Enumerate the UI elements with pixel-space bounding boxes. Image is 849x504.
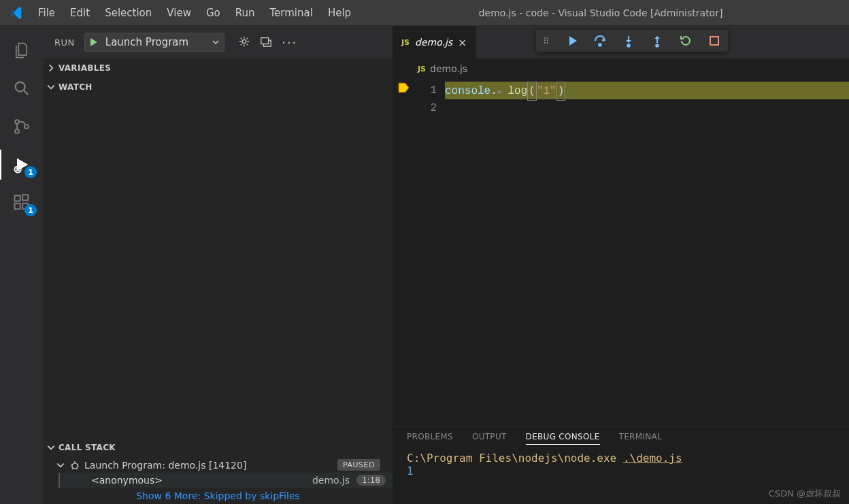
- restart-icon[interactable]: [679, 34, 693, 48]
- drag-handle-icon[interactable]: ⠿: [543, 36, 550, 46]
- suggest-indicator-icon: ●: [497, 88, 501, 96]
- menu-go[interactable]: Go: [199, 4, 227, 22]
- panel-tab-terminal[interactable]: TERMINAL: [619, 432, 662, 445]
- line-number: 2: [412, 99, 437, 117]
- callstack-thread[interactable]: Launch Program: demo.js [14120] PAUSED: [44, 457, 393, 473]
- step-out-icon[interactable]: [650, 34, 664, 48]
- menu-edit[interactable]: Edit: [63, 4, 97, 22]
- activity-extensions[interactable]: 1: [0, 184, 44, 222]
- token-string: "1": [537, 85, 556, 97]
- frame-name: <anonymous>: [91, 475, 163, 486]
- bug-icon: [69, 460, 80, 471]
- breadcrumb[interactable]: JS demo.js: [393, 58, 849, 79]
- more-actions-icon[interactable]: ···: [282, 35, 297, 50]
- callstack-label: CALL STACK: [59, 443, 116, 452]
- token-method: log: [507, 85, 527, 97]
- code-line-1[interactable]: console.● log("1"): [445, 82, 849, 99]
- chevron-down-icon: [212, 38, 220, 46]
- panel-tab-output[interactable]: OUTPUT: [472, 432, 507, 445]
- line-numbers: 1 2: [412, 79, 445, 426]
- show-more-frames[interactable]: Show 6 More: Skipped by skipFiles: [44, 488, 393, 504]
- vscode-logo-icon: [8, 5, 24, 21]
- svg-point-1: [15, 120, 19, 124]
- svg-point-9: [242, 39, 246, 43]
- panel-tab-debug-console[interactable]: DEBUG CONSOLE: [526, 432, 600, 445]
- watch-body: [44, 97, 393, 438]
- menu-file[interactable]: File: [31, 4, 62, 22]
- console-launch-line: C:\Program Files\nodejs\node.exe .\demo.…: [407, 452, 835, 465]
- menu-selection[interactable]: Selection: [98, 4, 159, 22]
- gutter: [393, 79, 412, 426]
- variables-label: VARIABLES: [59, 63, 111, 73]
- current-line-indicator-icon: [397, 82, 410, 94]
- menu-view[interactable]: View: [160, 4, 198, 22]
- titlebar: File Edit Selection View Go Run Terminal…: [0, 0, 849, 26]
- token-paren: (: [527, 82, 537, 101]
- panel-tabs: PROBLEMS OUTPUT DEBUG CONSOLE TERMINAL: [393, 426, 849, 449]
- svg-rect-8: [22, 195, 28, 200]
- run-sidebar: RUN Launch Program ··· VARIABLES WATCH C…: [44, 26, 393, 504]
- editor-body[interactable]: 1 2 console.● log("1"): [393, 79, 849, 426]
- continue-icon[interactable]: [565, 34, 578, 48]
- svg-point-3: [24, 124, 29, 129]
- gear-icon[interactable]: [238, 35, 250, 48]
- debug-toolbar[interactable]: ⠿: [536, 30, 728, 52]
- svg-point-12: [599, 44, 601, 46]
- frame-position: 1:18: [356, 475, 386, 486]
- tab-label: demo.js: [415, 37, 452, 48]
- thread-label: Launch Program: demo.js [14120]: [84, 460, 246, 471]
- extensions-badge: 1: [24, 204, 37, 216]
- activity-search[interactable]: [0, 69, 44, 107]
- watermark: CSDN @虚坏叔叔: [769, 488, 841, 500]
- token-object: console: [445, 85, 490, 97]
- frame-file: demo.js: [312, 475, 350, 486]
- code-line-2[interactable]: [445, 99, 849, 117]
- svg-point-2: [15, 129, 19, 133]
- play-icon: [88, 37, 99, 48]
- svg-rect-10: [261, 37, 269, 44]
- js-file-icon: JS: [401, 38, 410, 47]
- svg-point-13: [627, 44, 630, 47]
- chevron-down-icon: [46, 443, 56, 452]
- step-over-icon[interactable]: [593, 34, 607, 48]
- editor-area: JS demo.js × ⠿ JS demo.js 1 2: [393, 26, 849, 504]
- token-dot: .: [490, 85, 497, 97]
- activity-run-debug[interactable]: 1: [0, 146, 44, 184]
- run-header: RUN Launch Program ···: [44, 26, 393, 58]
- code-content[interactable]: console.● log("1"): [445, 79, 849, 426]
- line-number: 1: [412, 82, 437, 99]
- activity-explorer[interactable]: [0, 31, 44, 69]
- tab-demo-js[interactable]: JS demo.js ×: [393, 26, 476, 58]
- menu-run[interactable]: Run: [229, 4, 262, 22]
- svg-rect-15: [710, 37, 718, 45]
- step-into-icon[interactable]: [622, 34, 635, 48]
- menu-terminal[interactable]: Terminal: [263, 4, 320, 22]
- close-icon[interactable]: ×: [458, 36, 467, 49]
- debug-console-icon[interactable]: [260, 35, 272, 48]
- chevron-right-icon: [46, 63, 56, 73]
- js-file-icon: JS: [418, 65, 426, 73]
- token-paren: ): [556, 82, 566, 101]
- svg-point-14: [656, 44, 659, 47]
- menubar: File Edit Selection View Go Run Terminal…: [31, 4, 358, 22]
- section-watch[interactable]: WATCH: [44, 78, 393, 97]
- svg-rect-6: [15, 203, 20, 209]
- chevron-down-icon: [56, 460, 65, 470]
- menu-help[interactable]: Help: [321, 4, 358, 22]
- run-badge: 1: [24, 166, 37, 178]
- svg-point-11: [72, 463, 78, 469]
- activity-scm[interactable]: [0, 107, 44, 146]
- stack-frame[interactable]: <anonymous> demo.js 1:18: [59, 473, 393, 488]
- watch-label: WATCH: [59, 82, 93, 92]
- svg-rect-5: [15, 196, 20, 201]
- section-callstack[interactable]: CALL STACK: [44, 438, 393, 457]
- stop-icon[interactable]: [708, 34, 721, 48]
- svg-point-0: [16, 82, 25, 92]
- debug-config-dropdown[interactable]: Launch Program: [84, 33, 224, 52]
- window-title: demo.js - code - Visual Studio Code [Adm…: [358, 7, 844, 18]
- breadcrumb-file: demo.js: [430, 63, 467, 74]
- chevron-down-icon: [46, 82, 56, 92]
- section-variables[interactable]: VARIABLES: [44, 58, 393, 78]
- console-output-line: 1: [407, 465, 835, 477]
- panel-tab-problems[interactable]: PROBLEMS: [407, 432, 453, 445]
